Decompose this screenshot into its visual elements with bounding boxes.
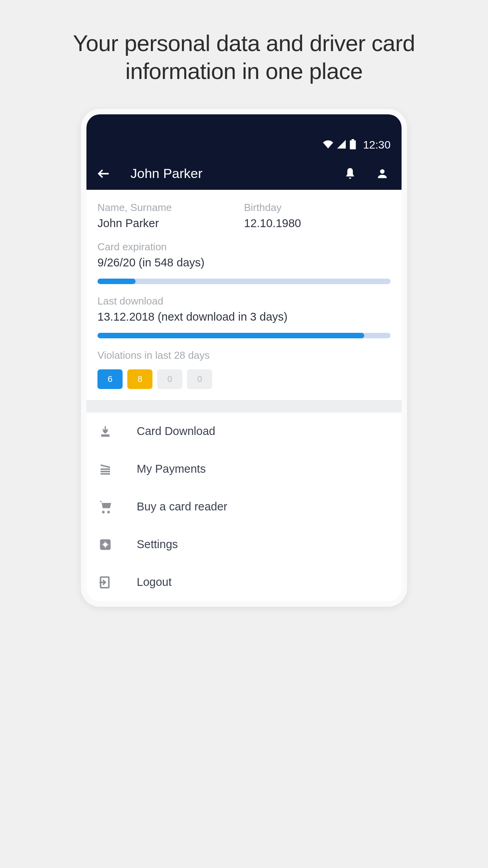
menu-item-label: Card Download [137, 425, 215, 438]
download-value: 13.12.2018 (next download in 3 days) [97, 310, 391, 323]
expiration-progress-fill [97, 279, 136, 284]
birthday-field: Birthday 12.10.1980 [244, 202, 391, 230]
app-bar: John Parker [86, 158, 402, 190]
status-time: 12:30 [363, 139, 391, 151]
menu-item-logout[interactable]: Logout [86, 563, 402, 601]
svg-point-2 [380, 169, 384, 173]
violation-box[interactable]: 0 [187, 369, 212, 389]
violation-box[interactable]: 8 [127, 369, 152, 389]
status-bar: 12:30 [86, 114, 402, 158]
expiration-progress-bar [97, 279, 391, 284]
name-value: John Parker [97, 217, 244, 230]
name-birthday-row: Name, Surname John Parker Birthday 12.10… [97, 202, 391, 230]
menu-item-settings[interactable]: Settings [86, 526, 402, 563]
violations-section: Violations in last 28 days 6 8 0 0 [97, 349, 391, 389]
menu-item-label: Logout [137, 576, 172, 589]
battery-icon [350, 139, 356, 151]
svg-point-8 [103, 542, 108, 547]
birthday-label: Birthday [244, 202, 391, 214]
status-icons: 12:30 [323, 139, 391, 151]
violations-row: 6 8 0 0 [97, 369, 391, 389]
back-button[interactable] [94, 164, 113, 183]
violation-box[interactable]: 0 [157, 369, 182, 389]
marketing-headline: Your personal data and driver card infor… [0, 0, 488, 109]
violation-box[interactable]: 6 [97, 369, 123, 389]
app-bar-title: John Parker [130, 166, 342, 181]
download-progress-fill [97, 333, 364, 338]
menu-item-my-payments[interactable]: My Payments [86, 450, 402, 488]
svg-point-6 [107, 511, 110, 514]
menu-item-label: Buy a card reader [137, 500, 227, 513]
svg-rect-0 [350, 140, 356, 149]
svg-point-5 [102, 511, 105, 514]
violations-label: Violations in last 28 days [97, 349, 391, 362]
svg-rect-4 [101, 435, 110, 437]
reader-icon [97, 461, 113, 477]
notifications-button[interactable] [342, 165, 358, 182]
app-bar-actions [342, 165, 391, 182]
download-label: Last download [97, 295, 391, 307]
wifi-icon [323, 140, 333, 150]
section-separator [86, 400, 402, 413]
settings-icon [97, 537, 113, 552]
card-expiration-section: Card expiration 9/26/20 (in 548 days) [97, 241, 391, 284]
logout-icon [97, 574, 113, 590]
birthday-value: 12.10.1980 [244, 217, 391, 230]
phone-frame: 12:30 John Parker Name, Surnam [81, 109, 407, 607]
menu-item-label: Settings [137, 538, 178, 551]
expiration-value: 9/26/20 (in 548 days) [97, 256, 391, 269]
info-section: Name, Surname John Parker Birthday 12.10… [86, 190, 402, 400]
cart-icon [97, 499, 113, 515]
profile-button[interactable] [374, 165, 391, 182]
expiration-label: Card expiration [97, 241, 391, 253]
download-icon [97, 424, 113, 439]
profile-content: Name, Surname John Parker Birthday 12.10… [86, 190, 402, 601]
menu-item-card-download[interactable]: Card Download [86, 413, 402, 450]
svg-rect-1 [352, 139, 354, 140]
cellular-icon [337, 140, 346, 150]
name-label: Name, Surname [97, 202, 244, 214]
phone-mockup-wrapper: 12:30 John Parker Name, Surnam [0, 109, 488, 607]
menu-item-buy-card-reader[interactable]: Buy a card reader [86, 488, 402, 526]
name-field: Name, Surname John Parker [97, 202, 244, 230]
menu-item-label: My Payments [137, 462, 206, 475]
last-download-section: Last download 13.12.2018 (next download … [97, 295, 391, 338]
menu-list: Card Download My Payments Buy a card rea… [86, 413, 402, 601]
download-progress-bar [97, 333, 391, 338]
